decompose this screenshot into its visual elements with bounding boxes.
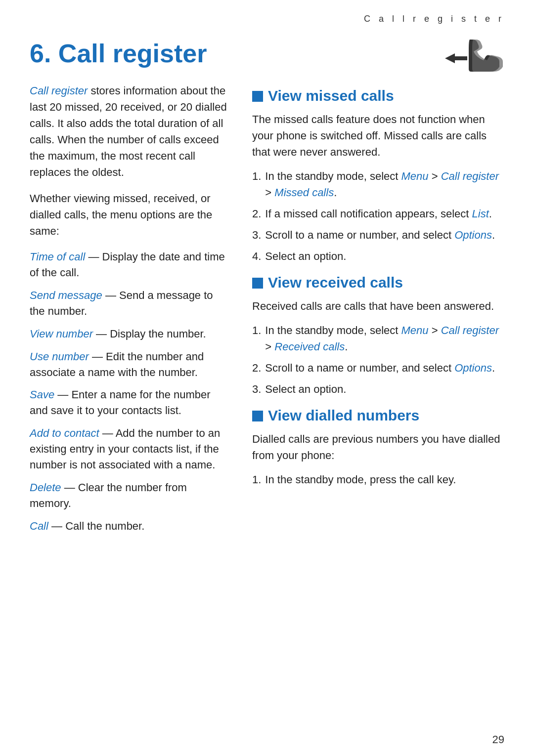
section-dialled-numbers: View dialled numbers Dialled calls are p… [252,407,504,488]
def-view-number: View number — Display the number. [30,326,227,342]
dialled-step-1: 1. In the standby mode, press the call k… [252,471,504,488]
received-intro: Received calls are calls that have been … [252,298,504,314]
missed-step-4: 4. Select an option. [252,248,504,264]
missed-step-3: 3. Scroll to a name or number, and selec… [252,227,504,243]
dialled-steps: 1. In the standby mode, press the call k… [252,471,504,488]
page-header: C a l l r e g i s t e r [364,14,504,24]
received-step-3: 3. Select an option. [252,381,504,397]
received-steps: 1. In the standby mode, select Menu > Ca… [252,322,504,397]
intro-paragraph: Call register stores information about t… [30,83,227,180]
dialled-intro: Dialled calls are previous numbers you h… [252,431,504,463]
whether-paragraph: Whether viewing missed, received, or dia… [30,190,227,239]
def-send-message: Send message — Send a message to the num… [30,288,227,319]
missed-intro: The missed calls feature does not functi… [252,111,504,160]
page-content: 6. Call register Call register stores in… [30,40,504,726]
received-step-1: 1. In the standby mode, select Menu > Ca… [252,322,504,355]
section-bullet-dialled [252,411,263,421]
left-column: Call register stores information about t… [30,83,227,541]
section-received-calls: View received calls Received calls are c… [252,274,504,397]
missed-step-2: 2. If a missed call notification appears… [252,206,504,222]
def-save: Save — Enter a name for the number and s… [30,387,227,419]
call-register-link: Call register [30,84,88,97]
def-use-number: Use number — Edit the number and associa… [30,349,227,380]
def-time-of-call: Time of call — Display the date and time… [30,249,227,281]
section-dialled-title: View dialled numbers [252,407,504,424]
right-column: View missed calls The missed calls featu… [252,83,504,541]
section-received-title: View received calls [252,274,504,291]
section-bullet-missed [252,91,263,102]
section-missed-calls: View missed calls The missed calls featu… [252,87,504,264]
def-delete: Delete — Clear the number from memory. [30,480,227,511]
received-step-2: 2. Scroll to a name or number, and selec… [252,360,504,376]
chapter-title: 6. Call register [30,40,504,68]
def-add-to-contact: Add to contact — Add the number to an ex… [30,425,227,473]
section-bullet-received [252,278,263,289]
missed-steps: 1. In the standby mode, select Menu > Ca… [252,168,504,264]
missed-step-1: 1. In the standby mode, select Menu > Ca… [252,168,504,201]
def-call: Call — Call the number. [30,518,227,534]
two-column-layout: Call register stores information about t… [30,83,504,541]
section-missed-title: View missed calls [252,87,504,104]
page-number: 29 [492,733,504,746]
